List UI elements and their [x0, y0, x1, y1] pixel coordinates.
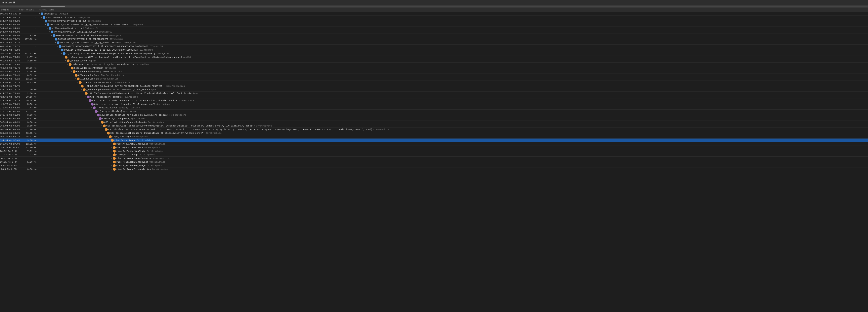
expand-triangle[interactable]: [111, 150, 113, 152]
expand-triangle[interactable]: [105, 132, 107, 134]
expand-triangle[interactable]: [69, 67, 71, 69]
table-row[interactable]: 459.44 Gc 76.4%8.32 McCFRunLoopRunSpecif…: [0, 73, 868, 77]
expand-triangle[interactable]: [103, 128, 105, 131]
table-row[interactable]: 564.87 Gc 94.0%2.83 McFORMS$_$TAPPLICATI…: [0, 34, 868, 37]
expand-triangle[interactable]: [111, 146, 113, 148]
table-row[interactable]: 459.79 Gc 76.5%2.57 Mc-[NSApplication(NS…: [0, 56, 868, 59]
table-row[interactable]: 6.00 Mc 0.0%3.00 Mcripc_GetImageInterpol…: [0, 168, 868, 171]
table-row[interactable]: 459.81 Gc 76.5%-COCOAINTS_$TCOCOAWIDGETS…: [0, 48, 868, 52]
table-row[interactable]: 461.33 Gc 76.7%-COCOAINTS_$TCOCOAWIDGETS…: [0, 44, 868, 48]
table-row[interactable]: 365.94 Gc 60.9%3.00 McCGDisplayListDrawC…: [0, 120, 868, 124]
expand-triangle[interactable]: [42, 20, 44, 22]
table-row[interactable]: 424.62 Gc 70.6%30.15 McCA::Transaction::…: [0, 95, 868, 99]
expand-triangle[interactable]: [111, 157, 113, 160]
expand-triangle[interactable]: [79, 85, 81, 87]
expand-triangle[interactable]: [61, 53, 63, 55]
table-row[interactable]: 461.33 Gc 76.7%-COCOAINTS_$TCOCOAWIDGETS…: [0, 41, 868, 44]
table-row[interactable]: 365.94 Gc 60.9%2.69 McCG::DisplayList::e…: [0, 124, 868, 128]
table-row[interactable]: 459.81 Gc 76.5%977.72 Kc-[CocoaApplicati…: [0, 52, 868, 56]
expand-triangle[interactable]: [81, 89, 83, 91]
expand-triangle[interactable]: [51, 34, 53, 37]
expand-triangle[interactable]: [111, 165, 113, 167]
expand-triangle[interactable]: [99, 121, 101, 123]
cell-self-weight: 2.57 Mc: [18, 56, 38, 59]
table-row[interactable]: 457.81 Gc 76.1%12.92 Mc__CFRunLoopRunCor…: [0, 77, 868, 81]
expand-triangle[interactable]: [87, 99, 89, 102]
table-row[interactable]: 564.88 Gc 94.0%--[TCocoaApplication.run]…: [0, 27, 868, 30]
expand-triangle[interactable]: [85, 96, 87, 98]
table-row[interactable]: 365.94 Gc 60.9%51.86 McCG::DisplayList::…: [0, 128, 868, 131]
expand-triangle[interactable]: [111, 143, 113, 145]
table-row[interactable]: 564.97 Gc 94.0%-FORMS$_$TAPPLICATION_$_$…: [0, 19, 868, 23]
table-row[interactable]: 372.47 Gc 61.9%9.01 McCABackingStoreUpda…: [0, 117, 868, 120]
expand-triangle[interactable]: [63, 56, 65, 58]
expand-triangle[interactable]: [73, 74, 75, 76]
table-row[interactable]: 473.03 Gc 78.7%197.60 KcFORMS$_$TAPPLICA…: [0, 37, 868, 41]
table-row[interactable]: 381.35 Gc 60.1%53.05 McCG::DisplayListEx…: [0, 131, 868, 135]
table-row[interactable]: 194.94 Gc 32.4%3.00 Mcripc_RenderImageCo…: [0, 139, 868, 142]
table-row[interactable]: 27.03 Gc 0.0%27.03 McCGImageGetEPSRepCor…: [0, 153, 868, 157]
profile-label[interactable]: Profile ☰: [2, 1, 16, 4]
expand-triangle[interactable]: [89, 103, 91, 105]
expand-triangle[interactable]: [38, 13, 40, 15]
symbol-name: -[CocoaApplication nextEventMatchingMask…: [66, 53, 155, 55]
table-row[interactable]: 361.21 Gc 60.1%18.01 Mcripc_DrawImageCor…: [0, 135, 868, 139]
table-row[interactable]: 600.80 Gc 100.0%-iDImagerSU (43002): [0, 12, 868, 16]
expand-triangle[interactable]: [57, 45, 59, 47]
expand-triangle[interactable]: [40, 16, 42, 19]
table-row[interactable]: 424.77 Gc 70.7%1.00 Mc_NSRunLoopObserver…: [0, 88, 868, 92]
expand-triangle[interactable]: [65, 60, 67, 62]
scrollbar-track[interactable]: [0, 6, 868, 7]
table-row[interactable]: 372.75 Gc 62.0%22.67 Mc-[CALayer_display…: [0, 110, 868, 113]
expand-triangle[interactable]: [55, 41, 57, 44]
expand-triangle[interactable]: [83, 92, 85, 94]
table-row[interactable]: 424.93 Gc 70.7%-__CFRUNLOOP_IS_CALLING_O…: [0, 84, 868, 88]
row-icon: [49, 27, 52, 30]
table-row[interactable]: 564.88 Gc 94.0%-COCOAINTS_$TCOCOAWIDGETS…: [0, 23, 868, 27]
expand-triangle[interactable]: [67, 63, 69, 65]
cell-symbol: ripc_ReleaseRIPImageDataCoreGraphics: [38, 161, 868, 164]
table-row[interactable]: 372.48 Gc 61.9%3.00 Mcinvocation functio…: [0, 113, 868, 117]
table-row[interactable]: 459.52 Gc 76.4%-_BlockUntilNextEventMatc…: [0, 63, 868, 66]
table-row[interactable]: 10.01 Mc 0.0%1.00 Mcripc_ReleaseRIPImage…: [0, 160, 868, 164]
col-header-self-weight[interactable]: Self Weight: [18, 9, 38, 11]
symbol-name: ReceiveNextEventCommon: [74, 67, 103, 69]
table-row[interactable]: 14.01 Mc 0.0%-ripc_GetImageTransformatio…: [0, 157, 868, 160]
col-header-weight[interactable]: Weight ▾: [0, 9, 18, 11]
cell-symbol: CGDisplayListDrawContextDelegateCoreGrap…: [38, 121, 868, 124]
table-row[interactable]: 459.49 Gc 76.4%4.06 McRunCurrentEventLoo…: [0, 70, 868, 73]
table-row[interactable]: 422.88 Gc 70.3%59.24 McCA::Context::comm…: [0, 99, 868, 102]
table-row[interactable]: 571.74 Gc 95.1%-P$IDIIMAGERSU_$_$_MAINID…: [0, 16, 868, 19]
table-row[interactable]: 424.76 Gc 70.6%2.00 Mc_62+[CATransaction…: [0, 92, 868, 95]
table-row[interactable]: 421.78 Gc 70.2%5.00 McCA::Layer::display…: [0, 102, 868, 106]
expand-triangle[interactable]: [111, 161, 113, 163]
expand-triangle[interactable]: [75, 78, 77, 80]
expand-triangle[interactable]: [59, 49, 61, 51]
table-row[interactable]: 9.01 Mc 0.0%-create_alternate_imageCoreG…: [0, 164, 868, 168]
table-row[interactable]: 564.87 Gc 94.0%-FORMS$_$TAPPLICATION_$_$…: [0, 30, 868, 34]
expand-triangle[interactable]: [107, 136, 109, 138]
expand-triangle[interactable]: [44, 24, 46, 26]
expand-triangle[interactable]: [109, 139, 111, 141]
expand-triangle[interactable]: [97, 117, 99, 120]
expand-triangle[interactable]: [101, 125, 103, 127]
table-row[interactable]: 28.02 Gc 0.0%7.01 Mcripc_GetRenderingSta…: [0, 149, 868, 153]
table-row[interactable]: 424.93 Gc 70.7%9.23 Mc__CFRunLoopDoObser…: [0, 81, 868, 84]
col-header-symbol[interactable]: Symbol Name: [38, 9, 868, 11]
expand-triangle[interactable]: [91, 107, 93, 109]
expand-triangle[interactable]: [77, 81, 79, 83]
expand-triangle[interactable]: [46, 27, 49, 29]
expand-triangle[interactable]: [71, 70, 73, 73]
expand-triangle[interactable]: [111, 168, 113, 170]
cell-symbol: ripc_GetImageTransformationCoreGraphics: [38, 157, 868, 160]
table-row[interactable]: 459.53 Gc 76.4%3.60 Mc_DPSNextEventAppKi…: [0, 59, 868, 63]
table-row[interactable]: 165.95 Gc 27.6%12.01 Mcripc_AcquireRIPIm…: [0, 142, 868, 146]
expand-triangle[interactable]: [49, 31, 51, 33]
table-row[interactable]: 372.80 Gc 62.0%7.43 Mc-[WebSimpleLayer d…: [0, 106, 868, 110]
expand-triangle[interactable]: [53, 38, 55, 40]
expand-triangle[interactable]: [93, 110, 95, 112]
expand-triangle[interactable]: [95, 114, 97, 116]
scrollbar-thumb[interactable]: [40, 6, 65, 7]
table-row[interactable]: 459.52 Gc 76.4%38.69 KcReceiveNextEventC…: [0, 66, 868, 70]
table-row[interactable]: 182.22 Gc 0.0%12.00 McRIPImageCacheRelea…: [0, 146, 868, 149]
